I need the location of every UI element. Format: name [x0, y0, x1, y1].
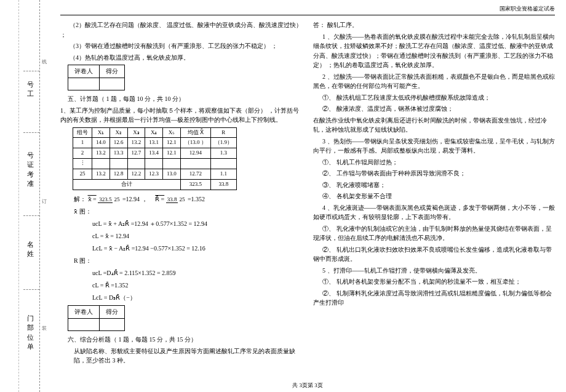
ans-p: 4 、乳化液斑迹——带钢表面灰黑色或黄褐色斑迹，多发于带钢两侧，大小不等，一般如… — [313, 203, 555, 222]
ans-p: 1 、欠酸洗——热卷表面的氧化铁皮膜在酸洗过程中未能完全去除，冷轧轧制后呈横向细… — [313, 32, 555, 70]
ans-p: 在酸洗作业线中氧化铁皮剥离后还进行长时间酸洗的时候，带钢表面发生蚀坑，经过冷轧，… — [313, 116, 555, 135]
score-h: 评卷人 — [68, 306, 100, 319]
x-ucl: ucL = x̄ + A₂R̄ =12.94 ＋0.577×1.352 = 12… — [92, 218, 302, 229]
ans-p: 2 、过酸洗——带钢表面比正常酸洗表面粗糙，表观颜色不是银白色，而是暗黑色或棕黑… — [313, 72, 555, 91]
rbar-pre: R̄ = — [155, 196, 164, 202]
score-cell — [68, 78, 100, 90]
x-lcl: LcL = x̄ − A₂R̄ =12.94 −0.577×1.352 = 12… — [92, 243, 302, 254]
sum-mean: 323.5 — [180, 180, 210, 190]
section-6-heading: 六、综合分析题（ 1 题，每题 15 分，共 15 分） — [68, 335, 302, 345]
binding-margin: 线 订 装 号工 号证考准 名姓 门部位单 — [0, 0, 49, 392]
th: X₂ — [110, 127, 127, 138]
ans-li: ①、 轧机时各机架变形量分配不当，机架间的秒流量不一致，相互牵扯； — [313, 277, 555, 287]
binding-dash-inner — [18, 0, 19, 392]
th: X₃ — [127, 127, 145, 138]
r-cl: cL = R̄ =1.352 — [92, 280, 302, 290]
th: 组号 — [73, 127, 92, 138]
th: 均值 X̄ — [180, 127, 210, 138]
score-cell — [68, 318, 100, 331]
r-chart-label: R 图： — [74, 255, 302, 266]
score-h: 评卷人 — [68, 65, 100, 78]
question-1: 1、某工序为控制产品质量，每小时抽取５个样本，将观察值如下表（部分） ，计算括号… — [60, 106, 302, 125]
ans-li: ②、 轧制薄料乳化液浓度过高导致润滑性过高或轧辊粗糙度偏低，轧制力偏低等都会产生… — [313, 289, 555, 308]
score-cell — [100, 318, 125, 331]
ans-p: 5 、打滑印——轧机工作辊打滑，使带钢横向偏薄及发亮。 — [313, 266, 555, 276]
score-cell — [100, 78, 125, 90]
section-5-heading: 五、计算题（ 1 题，每题 10 分，共 10 分） — [68, 94, 302, 104]
ans-li: ②、 轧机出口乳化液吹扫效吹扫效果不良或喷嘴位长发生偏移，造成乳化液卷取与带钢中… — [313, 245, 555, 264]
ans-li: ③、 乳化液喷嘴堵塞； — [313, 180, 555, 190]
x-chart-label: x̄ 图： — [74, 206, 302, 217]
ans-li: ①、 酸洗机组工艺段速度太低或停机酸槽摆酸系统故障造成； — [313, 93, 555, 103]
score-h: 得分 — [100, 65, 125, 78]
th: X₁ — [92, 127, 110, 138]
r-ucl: ucL =D₄R̄ = 2.115×1.352 = 2.859 — [92, 268, 302, 278]
binding-dash-outer — [39, 0, 40, 392]
table-row: ⋮ — [73, 159, 237, 169]
page-body: 国家职业资格鉴定试卷 （2）酸洗工艺存在问题（酸浓度、 温度过低、酸液中的亚铁成… — [49, 0, 566, 392]
binding-short-dash — [23, 71, 39, 71]
score-box-2: 评卷人 得分 — [68, 305, 125, 331]
binding-mark: 订 — [42, 198, 47, 205]
ans-li: ①、 轧机工作辊局部过热； — [313, 158, 555, 167]
ans-li: ②、 酸液浓度、温度过高，钢基体被过度腐蚀； — [313, 104, 555, 114]
binding-label: 号证考准 — [25, 151, 36, 189]
binding-label: 号工 — [25, 80, 36, 99]
binding-short-dash — [23, 132, 39, 133]
answer-heading: 答： 酸轧工序。 — [313, 20, 555, 30]
table-row: 2513.212.812.212.313.012.721.1 — [73, 169, 237, 180]
th: R — [210, 127, 236, 138]
xbar-pre: x̄ = — [88, 196, 97, 202]
right-column: 答： 酸轧工序。 1 、欠酸洗——热卷表面的氧化铁皮膜在酸洗过程中未能完全去除，… — [313, 20, 555, 367]
page-footer: 共 3页第 3页 — [49, 382, 566, 390]
pre-line: （3）带钢在通过酸槽时没有酸洗到（有严重浪形、工艺段的张力不稳定） ； — [60, 41, 302, 51]
ans-li: ④、 各机架变形量不合理 — [313, 191, 555, 201]
binding-short-dash — [23, 289, 39, 290]
data-table: 组号 X₁ X₂ X₃ X₄ X₅ 均值 X̄ R 114.012.613.21… — [73, 127, 237, 191]
ans-li: ①、 乳化液中的轧制油或它的主油，由于轧制时释放的热量使其烧结在带钢表面，呈现泽… — [313, 224, 555, 243]
th: X₄ — [145, 127, 163, 138]
table-row-sum: 合计 323.5 33.8 — [73, 180, 237, 190]
binding-mark: 线 — [42, 58, 47, 65]
ans-p: 3 、热划伤——带钢纵向呈条状发亮细划伤，密集或较密集出现，呈牛毛状，与轧制方向… — [313, 137, 555, 156]
binding-label: 名姓 — [25, 240, 36, 259]
table-row: 213.213.312.713.412.112.941.3 — [73, 148, 237, 159]
sum-label: 合计 — [73, 180, 181, 190]
pre-line: （2）酸洗工艺存在问题（酸浓度、 温度过低、酸液中的亚铁成分高、酸洗速度过快） … — [60, 20, 302, 39]
solve-label: 解： — [74, 196, 86, 202]
th: X₅ — [163, 127, 181, 138]
score-h: 得分 — [100, 306, 125, 319]
binding-short-dash — [23, 215, 39, 216]
question-6: 从缺陷名称、形貌或主要特征以及产生原因等方面阐述酸轧工序常见的表面质量缺陷，至少… — [74, 346, 302, 366]
table-row: 组号 X₁ X₂ X₃ X₄ X₅ 均值 X̄ R — [73, 127, 237, 138]
pre-line: （4）热轧的卷取温度过高，氧化铁皮加厚。 — [60, 53, 302, 63]
binding-mark: 装 — [42, 325, 47, 332]
table-row: 114.012.613.213.112.1（13.0 ）（1.9） — [73, 138, 237, 148]
calc-block: 解： x̄ = 323.525 =12.94 ， R̄ = 33.825 =1.… — [74, 194, 302, 303]
score-box-1: 评卷人 得分 — [68, 65, 125, 90]
sum-r: 33.8 — [210, 180, 236, 190]
page-header-title: 国家职业资格鉴定试卷 — [60, 5, 555, 15]
ans-li: ②、 工作辊与带钢表面由于种种原因导致润滑不良； — [313, 169, 555, 178]
left-column: （2）酸洗工艺存在问题（酸浓度、 温度过低、酸液中的亚铁成分高、酸洗速度过快） … — [60, 20, 302, 367]
x-cl: cL = x̄ = 12.94 — [92, 231, 302, 241]
r-lcl: LcL = D₃R̄（−） — [92, 292, 302, 303]
binding-label: 门部位单 — [25, 314, 36, 352]
